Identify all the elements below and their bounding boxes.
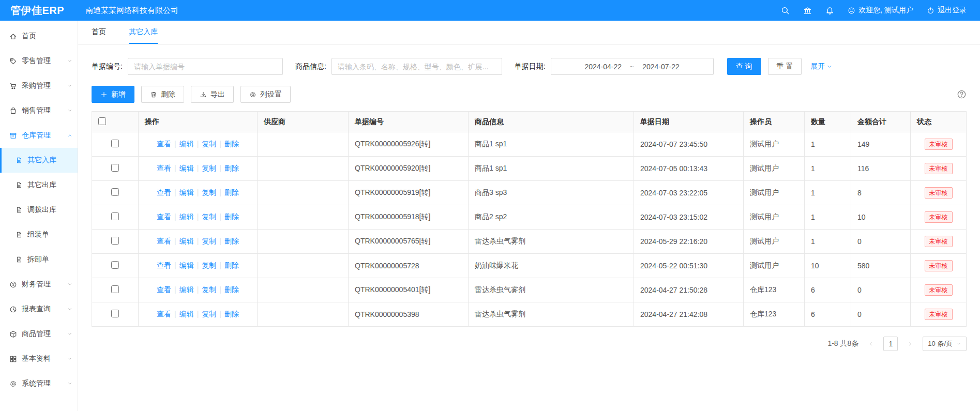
select-all-checkbox[interactable]: [98, 117, 106, 125]
row-action-edit[interactable]: 编辑: [179, 310, 194, 318]
reset-button[interactable]: 重 置: [768, 58, 802, 75]
row-action-edit[interactable]: 编辑: [179, 285, 194, 294]
sidebar-item-label: 仓库管理: [22, 131, 67, 140]
row-checkbox[interactable]: [111, 285, 119, 293]
sidebar-item-other-inbound[interactable]: 其它入库: [0, 148, 78, 173]
sidebar-item-sales-management[interactable]: 销售管理: [0, 98, 78, 123]
row-checkbox[interactable]: [111, 310, 119, 317]
sidebar-item-finance-management[interactable]: 财务管理: [0, 272, 78, 297]
row-action-edit[interactable]: 编辑: [179, 140, 194, 148]
row-action-delete[interactable]: 删除: [224, 237, 239, 245]
row-action-view[interactable]: 查看: [157, 310, 171, 318]
logout-button[interactable]: 退出登录: [927, 6, 967, 15]
sidebar-item-system-management[interactable]: 系统管理: [0, 371, 78, 396]
date-to-value[interactable]: 2024-07-22: [642, 63, 680, 71]
row-checkbox[interactable]: [111, 140, 119, 147]
row-action-delete[interactable]: 删除: [224, 188, 239, 196]
sidebar-item-label: 基本资料: [22, 354, 67, 363]
row-action-edit[interactable]: 编辑: [179, 212, 194, 221]
row-action-copy[interactable]: 复制: [202, 140, 216, 148]
sidebar-item-product-management[interactable]: 商品管理: [0, 322, 78, 346]
row-action-copy[interactable]: 复制: [202, 188, 216, 196]
row-action-edit[interactable]: 编辑: [179, 237, 194, 245]
row-action-view[interactable]: 查看: [157, 140, 171, 148]
row-action-copy[interactable]: 复制: [202, 164, 216, 172]
cell-doc-no: QTRK00000005919[转]: [349, 181, 469, 205]
product-info-input[interactable]: [331, 58, 502, 75]
row-action-view[interactable]: 查看: [157, 285, 171, 294]
page-size-select[interactable]: 10 条/页: [923, 337, 967, 351]
row-action-view[interactable]: 查看: [157, 237, 171, 245]
page-size-label: 10 条/页: [928, 339, 953, 348]
row-action-delete[interactable]: 删除: [224, 164, 239, 172]
row-action-view[interactable]: 查看: [157, 164, 171, 172]
cell-amount: 0: [851, 230, 911, 254]
row-action-edit[interactable]: 编辑: [179, 164, 194, 172]
sidebar-item-home[interactable]: 首页: [0, 24, 78, 49]
sidebar-item-basic-data[interactable]: 基本资料: [0, 346, 78, 371]
row-checkbox[interactable]: [111, 212, 119, 220]
expand-toggle[interactable]: 展开: [810, 62, 833, 71]
search-button[interactable]: 查 询: [727, 58, 761, 75]
row-checkbox[interactable]: [111, 237, 119, 245]
doc-no-input[interactable]: [128, 58, 283, 75]
row-action-edit[interactable]: 编辑: [179, 261, 194, 269]
row-action-copy[interactable]: 复制: [202, 261, 216, 269]
row-action-copy[interactable]: 复制: [202, 237, 216, 245]
row-action-delete[interactable]: 删除: [224, 212, 239, 221]
welcome-user[interactable]: 欢迎您, 测试用户: [848, 6, 913, 15]
row-action-delete[interactable]: 删除: [224, 261, 239, 269]
tab-other-inbound[interactable]: 其它入库: [129, 21, 158, 44]
row-action-copy[interactable]: 复制: [202, 310, 216, 318]
sidebar-item-report-query[interactable]: 报表查询: [0, 297, 78, 322]
delete-button[interactable]: 删除: [141, 86, 184, 103]
add-button[interactable]: 新增: [92, 86, 134, 103]
header-search-button[interactable]: [781, 6, 790, 15]
sidebar: 首页 零售管理 采购管理 销售管理 仓库管理 其它入库 其它出库: [0, 21, 78, 411]
help-button[interactable]: [957, 89, 967, 99]
header-actions: 欢迎您, 测试用户 退出登录: [781, 6, 980, 15]
sidebar-item-disassembly-order[interactable]: 拆卸单: [0, 247, 78, 272]
row-action-delete[interactable]: 删除: [224, 285, 239, 294]
export-button[interactable]: 导出: [191, 86, 234, 103]
tab-label: 其它入库: [129, 27, 158, 37]
sidebar-item-purchase-management[interactable]: 采购管理: [0, 73, 78, 98]
date-from-value[interactable]: 2024-04-22: [584, 63, 622, 71]
row-action-view[interactable]: 查看: [157, 212, 171, 221]
column-header-status: 状态: [911, 112, 967, 132]
column-settings-button[interactable]: 列设置: [240, 86, 291, 103]
chevron-down-icon: [956, 341, 961, 346]
add-label: 新增: [111, 90, 126, 99]
cell-operator: 测试用户: [744, 254, 805, 278]
row-action-copy[interactable]: 复制: [202, 212, 216, 221]
date-range-picker[interactable]: 2024-04-22 ~ 2024-07-22: [551, 58, 714, 75]
row-checkbox[interactable]: [111, 261, 119, 269]
sidebar-item-other-outbound[interactable]: 其它出库: [0, 173, 78, 197]
row-action-view[interactable]: 查看: [157, 261, 171, 269]
action-separator: |: [219, 261, 221, 269]
tab-home[interactable]: 首页: [92, 21, 106, 44]
sidebar-item-retail-management[interactable]: 零售管理: [0, 49, 78, 73]
tab-label: 首页: [92, 27, 106, 37]
sidebar-item-label: 财务管理: [22, 280, 67, 289]
header-org-button[interactable]: [803, 6, 812, 15]
next-page-button[interactable]: [903, 337, 917, 351]
row-checkbox[interactable]: [111, 164, 119, 172]
sidebar-item-label: 其它出库: [27, 180, 56, 190]
cell-amount: 0: [851, 278, 911, 302]
sidebar-item-assembly-order[interactable]: 组装单: [0, 222, 78, 247]
sidebar-item-transfer-outbound[interactable]: 调拨出库: [0, 197, 78, 222]
row-action-delete[interactable]: 删除: [224, 310, 239, 318]
table-row: 查看|编辑|复制|删除 QTRK00000005728 奶油味爆米花 2024-…: [92, 254, 967, 278]
sidebar-item-warehouse-management[interactable]: 仓库管理: [0, 123, 78, 148]
action-separator: |: [174, 212, 176, 221]
header-notifications-button[interactable]: [825, 6, 834, 15]
row-action-delete[interactable]: 删除: [224, 140, 239, 148]
prev-page-button[interactable]: [864, 337, 878, 351]
date-label: 单据日期:: [515, 62, 546, 71]
row-checkbox[interactable]: [111, 188, 119, 196]
row-action-edit[interactable]: 编辑: [179, 188, 194, 196]
row-action-view[interactable]: 查看: [157, 188, 171, 196]
row-action-copy[interactable]: 复制: [202, 285, 216, 294]
page-number-button[interactable]: 1: [883, 337, 898, 351]
